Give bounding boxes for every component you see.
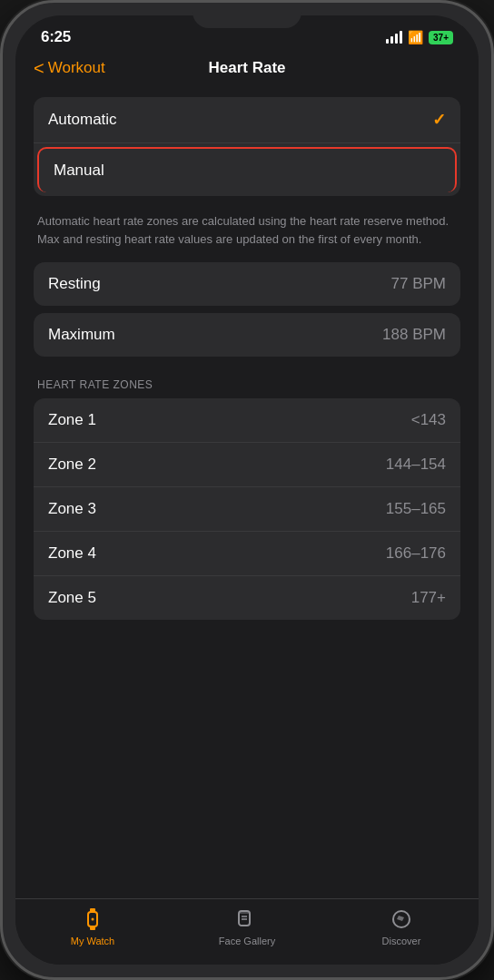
content-area: Automatic ✓ Manual Automatic heart rate … bbox=[15, 90, 479, 898]
zone-label: Zone 3 bbox=[48, 500, 96, 518]
resting-group: Resting 77 BPM bbox=[34, 262, 460, 306]
zone-label: Zone 2 bbox=[48, 456, 96, 474]
zones-group: Zone 1<143Zone 2144–154Zone 3155–165Zone… bbox=[34, 398, 460, 620]
resting-row[interactable]: Resting 77 BPM bbox=[34, 262, 460, 306]
tab-my-watch-label: My Watch bbox=[71, 936, 115, 946]
status-time: 6:25 bbox=[41, 28, 71, 46]
chevron-left-icon: < bbox=[34, 58, 44, 79]
zone-value: 155–165 bbox=[386, 500, 446, 518]
zone-value: 177+ bbox=[411, 589, 446, 607]
zone-row[interactable]: Zone 4166–176 bbox=[34, 532, 460, 576]
zone-row[interactable]: Zone 2144–154 bbox=[34, 443, 460, 487]
face-gallery-icon bbox=[234, 906, 260, 932]
phone-shell: 6:25 📶 37+ < Workout Heart Rate bbox=[0, 0, 494, 980]
notch bbox=[193, 3, 301, 28]
phone-screen: 6:25 📶 37+ < Workout Heart Rate bbox=[15, 15, 479, 965]
automatic-row[interactable]: Automatic ✓ bbox=[34, 97, 460, 143]
resting-value: 77 BPM bbox=[391, 275, 446, 293]
manual-row[interactable]: Manual bbox=[37, 147, 457, 192]
back-button[interactable]: < Workout bbox=[34, 58, 105, 79]
maximum-row[interactable]: Maximum 188 BPM bbox=[34, 313, 460, 357]
signal-icon bbox=[386, 31, 403, 44]
tab-bar: My Watch Face Gallery bbox=[15, 898, 479, 965]
manual-label: Manual bbox=[54, 162, 104, 180]
tab-face-gallery-label: Face Gallery bbox=[219, 936, 275, 946]
tab-my-watch[interactable]: My Watch bbox=[56, 906, 129, 946]
battery-indicator: 37+ bbox=[429, 31, 453, 44]
maximum-label: Maximum bbox=[48, 326, 115, 344]
zone-value: 144–154 bbox=[386, 456, 446, 474]
svg-rect-8 bbox=[240, 912, 249, 914]
svg-rect-3 bbox=[90, 926, 95, 930]
volume-down-button bbox=[0, 243, 3, 302]
zone-label: Zone 5 bbox=[48, 589, 96, 607]
zones-section-header: HEART RATE ZONES bbox=[34, 364, 460, 398]
zone-label: Zone 4 bbox=[48, 544, 96, 563]
svg-rect-2 bbox=[90, 908, 95, 912]
zone-value: <143 bbox=[411, 411, 446, 429]
automatic-label: Automatic bbox=[48, 111, 117, 129]
wifi-icon: 📶 bbox=[408, 30, 423, 44]
status-icons: 📶 37+ bbox=[386, 30, 453, 44]
mode-group: Automatic ✓ Manual bbox=[34, 97, 460, 196]
tab-face-gallery[interactable]: Face Gallery bbox=[211, 906, 283, 946]
tab-discover-label: Discover bbox=[382, 936, 421, 946]
zone-row[interactable]: Zone 3155–165 bbox=[34, 487, 460, 532]
resting-label: Resting bbox=[48, 275, 101, 293]
nav-header: < Workout Heart Rate bbox=[15, 54, 479, 90]
back-label: Workout bbox=[48, 59, 105, 77]
zone-row[interactable]: Zone 1<143 bbox=[34, 398, 460, 443]
watch-icon bbox=[80, 906, 105, 932]
svg-marker-10 bbox=[397, 916, 404, 921]
maximum-value: 188 BPM bbox=[382, 326, 446, 344]
page-title: Heart Rate bbox=[208, 59, 285, 77]
zone-label: Zone 1 bbox=[48, 411, 96, 429]
silent-switch bbox=[0, 121, 3, 157]
checkmark-icon: ✓ bbox=[432, 110, 446, 130]
tab-discover[interactable]: Discover bbox=[365, 906, 438, 946]
description-text: Automatic heart rate zones are calculate… bbox=[34, 203, 460, 262]
zone-value: 166–176 bbox=[386, 544, 446, 563]
maximum-group: Maximum 188 BPM bbox=[34, 313, 460, 357]
discover-icon bbox=[389, 906, 414, 932]
volume-up-button bbox=[0, 171, 3, 230]
zone-row[interactable]: Zone 5177+ bbox=[34, 576, 460, 620]
svg-point-4 bbox=[92, 918, 94, 921]
